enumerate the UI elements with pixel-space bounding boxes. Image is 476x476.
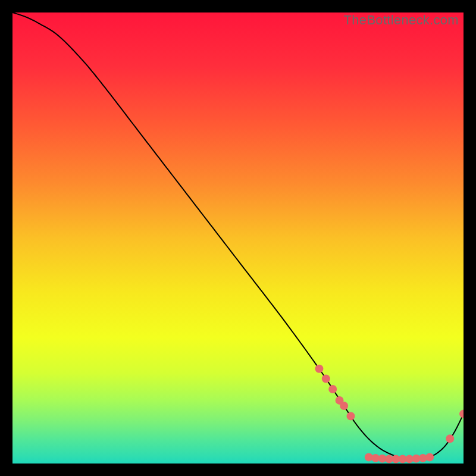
plot-area: TheBottleneck.com — [12, 12, 464, 464]
data-point — [340, 402, 348, 410]
data-point — [315, 365, 323, 373]
data-point — [347, 412, 355, 420]
chart-container: TheBottleneck.com — [0, 0, 476, 476]
gradient-background — [12, 12, 464, 464]
data-point — [446, 434, 454, 443]
data-point — [328, 385, 337, 393]
chart-svg — [12, 12, 464, 464]
data-point — [425, 453, 434, 461]
data-point — [322, 375, 330, 383]
